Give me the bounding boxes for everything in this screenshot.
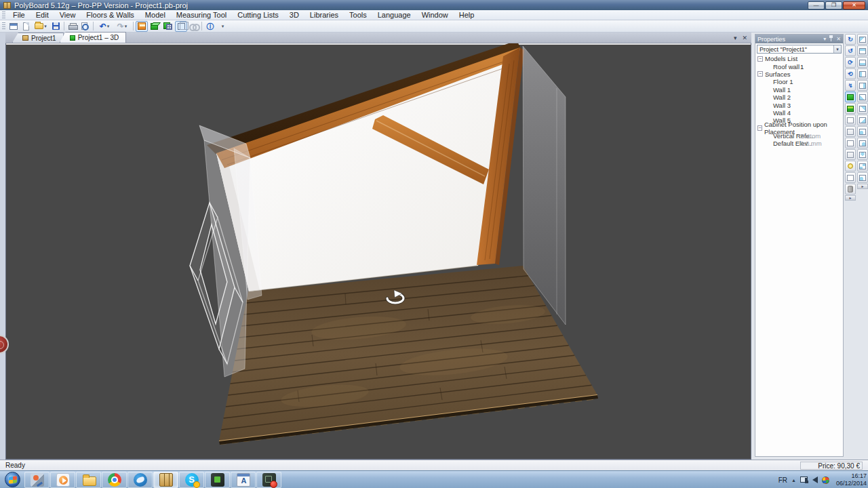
tray-expand-icon[interactable]: ▲ <box>791 478 796 483</box>
group-surfaces[interactable]: − Surfaces <box>755 70 843 78</box>
menu-cutting-lists[interactable]: Cutting Lists <box>232 10 284 20</box>
view-left-button[interactable] <box>857 68 868 79</box>
menu-floors-walls[interactable]: Floors & Walls <box>81 10 140 20</box>
taskbar-explorer-button[interactable] <box>76 472 101 488</box>
taskbar-skype-button[interactable]: S <box>179 472 204 488</box>
menu-window[interactable]: Window <box>416 10 454 20</box>
view-back-button[interactable] <box>857 103 868 114</box>
undo-button[interactable]: ↶▾ <box>96 21 113 32</box>
taskbar-thunderbird-button[interactable] <box>127 472 153 488</box>
project-selector[interactable]: Project "Project1" ▾ <box>757 45 842 54</box>
minimize-button[interactable]: — <box>808 1 825 9</box>
view-3d-button[interactable] <box>148 21 160 32</box>
taskbar-polyboard-button[interactable] <box>153 472 178 488</box>
view-corner4-button[interactable] <box>857 149 868 160</box>
menu-3d[interactable]: 3D <box>284 10 304 20</box>
menu-libraries[interactable]: Libraries <box>304 10 344 20</box>
taskbar-text-tool-button[interactable] <box>231 472 256 488</box>
view-right-button[interactable] <box>857 80 868 91</box>
tree-row-wall1[interactable]: Wall 1 <box>755 86 843 94</box>
tree-row-default-elev[interactable]: Default Elev... 0.0 mm <box>755 140 843 147</box>
menu-tools[interactable]: Tools <box>344 10 372 20</box>
start-button[interactable] <box>1 471 24 488</box>
pin-icon[interactable] <box>829 35 833 43</box>
shaded-edges-button[interactable] <box>845 103 856 114</box>
tab-project1[interactable]: Project1 <box>12 33 64 43</box>
redo-button[interactable]: ↷▾ <box>113 21 131 32</box>
collapse-icon[interactable]: − <box>757 56 763 62</box>
render-3d-button[interactable] <box>175 21 187 32</box>
viewport-3d[interactable] <box>5 43 751 460</box>
rotate-ccw-button[interactable]: ⟲ <box>845 68 856 79</box>
restore-button[interactable]: ❐ <box>825 1 842 9</box>
view-corner1-button[interactable] <box>857 115 868 125</box>
new-document-button[interactable] <box>20 21 32 32</box>
view-bottom-button[interactable] <box>857 57 868 68</box>
language-indicator[interactable]: FR <box>778 476 787 484</box>
view-top-button[interactable] <box>857 45 868 56</box>
tab-project1-3d[interactable]: Project1 – 3D <box>60 32 127 43</box>
tab-scroll-button[interactable]: ▾ <box>734 35 737 41</box>
light-button[interactable] <box>845 161 856 171</box>
view-corner6-button[interactable] <box>857 172 868 183</box>
taskbar-recorder-button[interactable] <box>256 472 281 488</box>
menu-help[interactable]: Help <box>454 10 480 20</box>
row-value[interactable]: Bottom <box>800 132 821 140</box>
elevation-view-button[interactable] <box>136 21 148 32</box>
box-view-button[interactable] <box>845 149 856 160</box>
tree-row-wall2[interactable]: Wall 2 <box>755 94 843 101</box>
tab-close-button[interactable]: ✕ <box>742 35 747 41</box>
speaker-icon[interactable] <box>812 476 818 483</box>
auto-rotate-button[interactable]: ↯ <box>845 80 856 91</box>
tree-row-wall3[interactable]: Wall 3 <box>755 101 843 108</box>
toolbar-overflow-button[interactable]: ▾ <box>216 21 229 32</box>
shaded-view-button[interactable] <box>845 92 856 102</box>
view-corner5-button[interactable] <box>857 161 868 171</box>
taskbar-capture-tool-button[interactable] <box>205 472 230 488</box>
menu-file[interactable]: File <box>7 10 31 20</box>
split-view-button[interactable] <box>845 172 856 183</box>
save-button[interactable] <box>50 21 62 32</box>
rotate-cw-button[interactable]: ⟳ <box>845 57 856 68</box>
view-corner3-button[interactable] <box>857 138 868 148</box>
updater-icon[interactable] <box>822 476 829 484</box>
new-project-button[interactable] <box>7 21 20 32</box>
group-cabinet-position[interactable]: − Cabinet Position upon Placement <box>755 125 843 132</box>
info-button[interactable]: ⓘ <box>204 21 216 32</box>
toolbar-expand-button[interactable]: ▸ <box>857 184 868 189</box>
hidden-line-button[interactable] <box>845 138 856 148</box>
taskbar-paint-button[interactable] <box>24 472 50 488</box>
panel-menu-icon[interactable]: ▾ <box>823 36 826 42</box>
menu-measuring-tool[interactable]: Measuring Tool <box>171 10 232 20</box>
view-front-button[interactable] <box>857 92 868 102</box>
orbit-button[interactable]: ↻ <box>845 34 856 45</box>
view-iso-button[interactable] <box>857 34 868 45</box>
taskbar-media-player-button[interactable] <box>50 472 75 488</box>
chevron-down-icon[interactable]: ▾ <box>833 45 841 53</box>
open-button[interactable]: ▾ <box>32 21 50 32</box>
group-models-list[interactable]: − Models List <box>755 55 843 62</box>
orbit-free-button[interactable]: ↺ <box>845 45 856 56</box>
menu-view[interactable]: View <box>54 10 81 20</box>
wireframe-view-button[interactable] <box>845 126 856 137</box>
taskbar-chrome-button[interactable] <box>102 472 127 488</box>
menu-edit[interactable]: Edit <box>31 10 54 20</box>
ghost-view-button[interactable] <box>845 115 856 125</box>
cutting-list-button[interactable] <box>160 21 175 32</box>
network-icon[interactable] <box>800 476 808 483</box>
link-button[interactable] <box>187 21 199 32</box>
tree-row-wall4[interactable]: Wall 4 <box>755 109 843 117</box>
menu-language[interactable]: Language <box>372 10 416 20</box>
close-button[interactable]: ✕ <box>843 1 865 9</box>
collapse-icon[interactable]: − <box>757 71 763 77</box>
close-icon[interactable]: ✕ <box>836 36 841 42</box>
toolbar-expand-button[interactable]: ▸ <box>845 195 856 201</box>
clock[interactable]: 16:17 06/12/2014 <box>836 472 867 487</box>
tree-row-vertical-ref[interactable]: Vertical Refe... Bottom <box>755 132 843 140</box>
tree-row-roof-wall[interactable]: Roof wall 1 <box>755 62 843 70</box>
material-view-button[interactable] <box>845 184 856 195</box>
print-button[interactable] <box>66 21 79 32</box>
collapse-icon[interactable]: − <box>757 125 762 131</box>
tree-row-floor1[interactable]: Floor 1 <box>755 78 843 85</box>
row-value[interactable]: 1 <box>800 63 804 70</box>
